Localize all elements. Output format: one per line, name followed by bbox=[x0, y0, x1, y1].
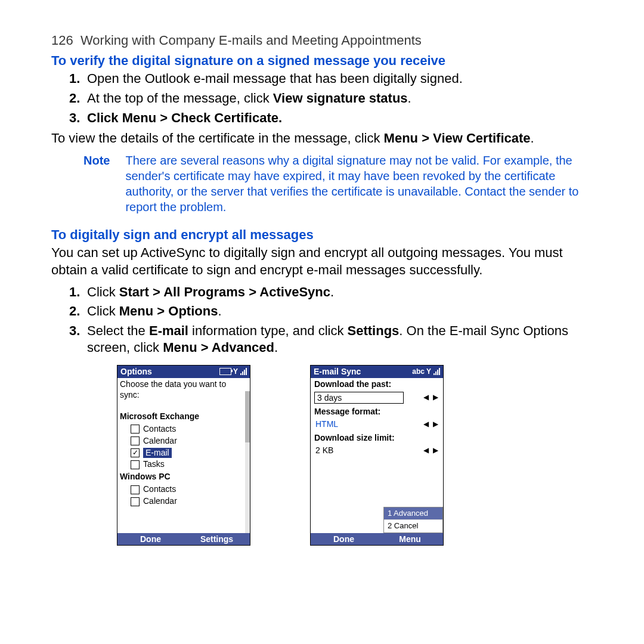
value-download-past[interactable]: 3 days bbox=[314, 392, 404, 404]
step-1: Open the Outlook e-mail message that has… bbox=[83, 70, 593, 88]
spinner-arrows-icon[interactable]: ◀ ▶ bbox=[423, 393, 439, 402]
phone1-body: Choose the data you want to sync: Micros… bbox=[117, 378, 250, 533]
opt-email-ex[interactable]: ✓ E-mail bbox=[117, 447, 250, 459]
scrollbar[interactable] bbox=[245, 391, 250, 533]
phone1-subhead: Choose the data you want to sync: bbox=[117, 378, 250, 402]
opt-label: Contacts bbox=[143, 424, 176, 435]
softkey-settings[interactable]: Settings bbox=[184, 533, 250, 545]
checkbox-icon[interactable] bbox=[131, 460, 140, 469]
phone1-footer: Done Settings bbox=[117, 533, 250, 545]
opt-tasks-ex[interactable]: Tasks bbox=[117, 459, 250, 470]
opt-label: Tasks bbox=[143, 459, 165, 470]
phone2-body: Download the past: 3 days ◀ ▶ Message fo… bbox=[311, 378, 443, 533]
menu-item-advanced[interactable]: 1 Advanced bbox=[384, 507, 442, 520]
steps-encrypt: Click Start > All Programs > ActiveSync.… bbox=[51, 284, 593, 357]
softkey-done[interactable]: Done bbox=[117, 533, 184, 545]
opt-contacts-pc[interactable]: Contacts bbox=[117, 484, 250, 496]
step-2: At the top of the message, click View si… bbox=[83, 90, 593, 107]
opt-calendar-ex[interactable]: Calendar bbox=[117, 435, 250, 447]
phone2-titlebar: E-mail Sync abc Y bbox=[311, 366, 443, 378]
value-message-format[interactable]: HTML bbox=[314, 419, 338, 430]
phone1-group2: Windows PC bbox=[117, 470, 250, 484]
phone-email-sync: E-mail Sync abc Y Download the past: 3 d… bbox=[310, 365, 444, 546]
step2-3: Select the E-mail information type, and … bbox=[83, 323, 593, 357]
step2-2: Click Menu > Options. bbox=[83, 303, 593, 320]
note-label: Note bbox=[83, 153, 110, 215]
signal-y-icon: Y bbox=[233, 366, 238, 378]
popup-menu: 1 Advanced 2 Cancel bbox=[383, 507, 443, 533]
spinner-arrows-icon[interactable]: ◀ ▶ bbox=[423, 420, 439, 429]
para-view-cert: To view the details of the certificate i… bbox=[51, 130, 593, 147]
row-download-past[interactable]: 3 days ◀ ▶ bbox=[311, 391, 443, 405]
phone2-title: E-mail Sync bbox=[314, 366, 361, 378]
steps-verify: Open the Outlook e-mail message that has… bbox=[51, 70, 593, 126]
phone2-status-icons: abc Y bbox=[412, 366, 440, 378]
row-message-format[interactable]: HTML ◀ ▶ bbox=[311, 419, 443, 432]
phone1-status-icons: Y bbox=[219, 366, 247, 378]
softkey-menu[interactable]: Menu bbox=[377, 533, 443, 545]
value-download-size[interactable]: 2 KB bbox=[314, 445, 333, 456]
section-heading-verify: To verify the digital signature on a sig… bbox=[51, 52, 593, 69]
step-3: Click Menu > Check Certificate. bbox=[83, 110, 593, 127]
step2-1: Click Start > All Programs > ActiveSync. bbox=[83, 284, 593, 301]
opt-calendar-pc[interactable]: Calendar bbox=[117, 496, 250, 507]
battery-icon bbox=[219, 368, 231, 375]
para-encrypt: You can set up ActiveSync to digitally s… bbox=[51, 244, 593, 278]
note-text: There are several reasons why a digital … bbox=[125, 153, 593, 215]
phone1-title: Options bbox=[120, 366, 152, 378]
section-heading-encrypt: To digitally sign and encrypt all messag… bbox=[51, 227, 593, 243]
phone2-footer: Done Menu bbox=[311, 533, 443, 545]
opt-label-selected: E-mail bbox=[143, 448, 172, 459]
phone-mockups: Options Y Choose the data you want to sy… bbox=[117, 365, 593, 546]
checkbox-icon[interactable] bbox=[131, 497, 140, 506]
page-header: 126 Working with Company E-mails and Mee… bbox=[51, 32, 593, 49]
phone1-titlebar: Options Y bbox=[117, 366, 250, 378]
opt-label: Calendar bbox=[143, 496, 177, 507]
label-message-format: Message format: bbox=[311, 405, 443, 419]
opt-contacts-ex[interactable]: Contacts bbox=[117, 423, 250, 435]
softkey-done[interactable]: Done bbox=[311, 533, 377, 545]
chapter-title: Working with Company E-mails and Meeting… bbox=[80, 33, 422, 48]
phone-options: Options Y Choose the data you want to sy… bbox=[117, 365, 250, 546]
label-download-size: Download size limit: bbox=[311, 432, 443, 445]
opt-label: Contacts bbox=[143, 484, 176, 495]
signal-bars-icon bbox=[434, 368, 440, 375]
checkbox-icon[interactable] bbox=[131, 436, 140, 445]
label-download-past: Download the past: bbox=[311, 378, 443, 391]
phone1-group1: Microsoft Exchange bbox=[117, 410, 250, 423]
checkbox-icon[interactable] bbox=[131, 425, 140, 434]
input-mode-label: abc bbox=[412, 366, 425, 378]
checkbox-icon[interactable] bbox=[131, 485, 140, 494]
row-download-size[interactable]: 2 KB ◀ ▶ bbox=[311, 445, 443, 458]
menu-item-cancel[interactable]: 2 Cancel bbox=[384, 519, 442, 532]
note-block: Note There are several reasons why a dig… bbox=[51, 153, 593, 215]
scrollbar-thumb[interactable] bbox=[245, 391, 250, 442]
spinner-arrows-icon[interactable]: ◀ ▶ bbox=[423, 446, 439, 455]
page-number: 126 bbox=[51, 33, 73, 48]
signal-y-icon: Y bbox=[426, 366, 431, 378]
signal-bars-icon bbox=[240, 368, 247, 375]
opt-label: Calendar bbox=[143, 436, 177, 447]
checkbox-checked-icon[interactable]: ✓ bbox=[131, 448, 140, 457]
